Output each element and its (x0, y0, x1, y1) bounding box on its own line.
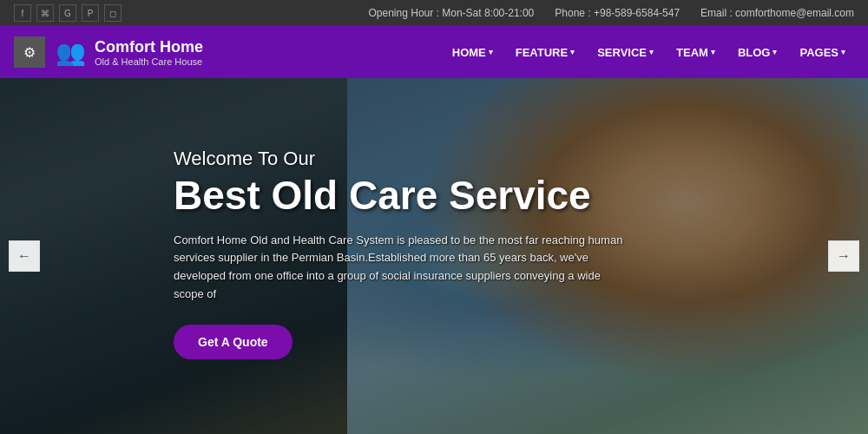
brand-name: Comfort Home (95, 38, 203, 56)
nav-blog-chevron: ▾ (773, 48, 777, 56)
topbar-info: Opening Hour : Mon-Sat 8:00-21:00 Phone … (369, 7, 854, 19)
hero-description: Comfort Home Old and Health Care System … (174, 232, 625, 304)
hero-next-arrow[interactable]: → (828, 240, 859, 272)
opening-hours: Opening Hour : Mon-Sat 8:00-21:00 (369, 7, 535, 19)
brand-tagline: Old & Health Care House (95, 56, 203, 67)
nav-item-blog[interactable]: BLOG ▾ (729, 39, 786, 66)
hero-content: Welcome To Our Best Old Care Service Com… (174, 148, 625, 359)
nav-item-service[interactable]: SERVICE ▾ (589, 39, 662, 66)
brand-text: Comfort Home Old & Health Care House (95, 38, 203, 67)
nav-home-chevron: ▾ (489, 48, 493, 56)
nav-item-pages[interactable]: PAGES ▾ (791, 39, 854, 66)
nav-service-chevron: ▾ (649, 48, 654, 56)
nav-feature-label: FEATURE (516, 46, 568, 59)
instagram-icon[interactable]: ◻ (104, 4, 122, 22)
cta-button[interactable]: Get A Quote (174, 325, 293, 359)
nav-item-team[interactable]: TEAM ▾ (667, 39, 724, 66)
pinterest-icon[interactable]: P (82, 4, 99, 22)
rss-icon[interactable]: ⌘ (36, 4, 54, 22)
brand: 👥 Comfort Home Old & Health Care House (56, 38, 444, 67)
nav-item-home[interactable]: HOME ▾ (444, 39, 502, 66)
nav-links: HOME ▾ FEATURE ▾ SERVICE ▾ TEAM ▾ BLOG ▾… (444, 39, 854, 66)
nav-feature-chevron: ▾ (570, 48, 575, 56)
hero-subtitle: Welcome To Our (174, 148, 625, 170)
hero-prev-arrow[interactable]: ← (9, 240, 40, 272)
nav-service-label: SERVICE (597, 46, 647, 59)
nav-home-label: HOME (452, 46, 486, 59)
topbar: f ⌘ G P ◻ Opening Hour : Mon-Sat 8:00-21… (0, 0, 868, 26)
nav-item-feature[interactable]: FEATURE ▾ (507, 39, 583, 66)
nav-pages-chevron: ▾ (841, 48, 845, 56)
facebook-icon[interactable]: f (14, 4, 31, 22)
nav-team-label: TEAM (676, 46, 708, 59)
nav-blog-label: BLOG (738, 46, 771, 59)
settings-icon[interactable]: ⚙ (14, 36, 45, 68)
hero-title: Best Old Care Service (174, 174, 625, 218)
phone-number: Phone : +98-589-6584-547 (555, 7, 680, 19)
nav-team-chevron: ▾ (711, 48, 715, 56)
hero-section: Welcome To Our Best Old Care Service Com… (0, 78, 868, 434)
nav-pages-label: PAGES (799, 46, 838, 59)
brand-logo-icon: 👥 (56, 38, 86, 67)
google-icon[interactable]: G (59, 4, 76, 22)
topbar-social-links: f ⌘ G P ◻ (14, 4, 122, 22)
email-address: Email : comforthome@email.com (700, 7, 854, 19)
navbar: ⚙ 👥 Comfort Home Old & Health Care House… (0, 26, 868, 78)
